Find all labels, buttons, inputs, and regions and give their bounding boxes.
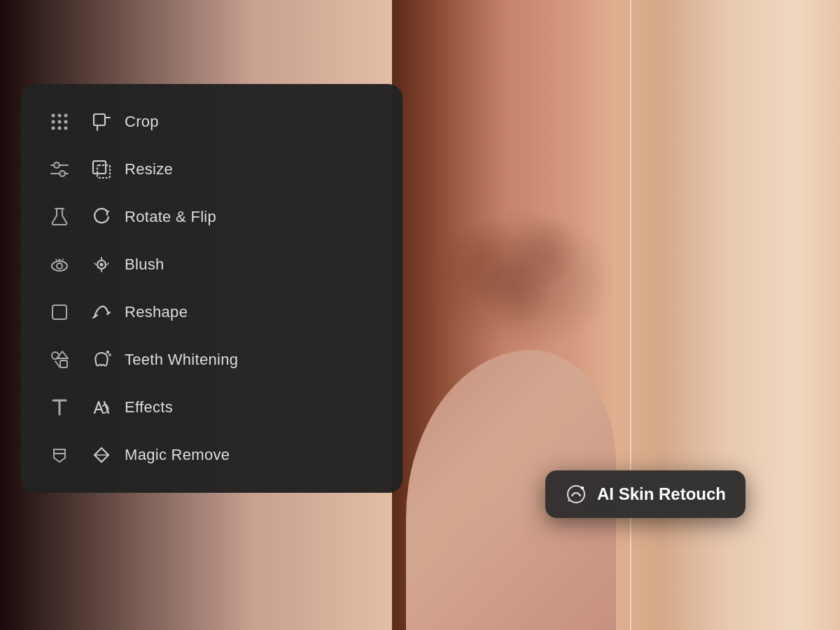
crop-label: Crop	[125, 113, 159, 131]
svg-line-23	[62, 259, 63, 261]
reshape-label: Reshape	[125, 303, 188, 321]
svg-point-20	[57, 263, 62, 269]
tools-sidebar: Crop Resize	[21, 84, 402, 493]
svg-point-3	[52, 120, 55, 124]
svg-rect-28	[52, 305, 66, 319]
svg-point-8	[64, 127, 68, 130]
rotate-icon	[91, 207, 112, 227]
face-divider	[630, 0, 631, 630]
blush-item[interactable]: Blush	[21, 241, 402, 288]
ai-badge-icon	[565, 483, 587, 505]
square-icon	[42, 301, 77, 323]
magic-content: Magic Remove	[91, 445, 382, 465]
svg-point-2	[64, 114, 68, 118]
svg-rect-9	[94, 114, 105, 125]
blush-icon	[91, 255, 112, 274]
rotate-content: Rotate & Flip	[91, 207, 382, 227]
crop-content: Crop	[91, 112, 382, 132]
teeth-label: Teeth Whitening	[125, 351, 238, 369]
reshape-content: Reshape	[91, 302, 382, 322]
svg-point-6	[52, 127, 55, 130]
svg-point-7	[58, 127, 62, 130]
svg-rect-30	[60, 360, 67, 368]
svg-point-21	[59, 259, 61, 261]
rotate-item[interactable]: Rotate & Flip	[21, 193, 402, 241]
reshape-icon	[91, 302, 112, 322]
type-icon	[42, 444, 77, 466]
effects-content: Effects	[91, 398, 382, 417]
effects-icon	[91, 398, 112, 417]
ai-skin-retouch-badge[interactable]: AI Skin Retouch	[545, 470, 746, 518]
skin-texture-left	[434, 210, 616, 350]
svg-point-1	[58, 114, 62, 118]
magic-label: Magic Remove	[125, 446, 230, 464]
svg-line-22	[56, 259, 57, 261]
shapes-icon	[42, 349, 77, 371]
crop-item[interactable]: Crop	[21, 98, 402, 146]
teeth-item[interactable]: Teeth Whitening	[21, 336, 402, 384]
blush-label: Blush	[125, 255, 164, 274]
svg-point-0	[52, 114, 55, 118]
svg-point-15	[59, 171, 65, 176]
svg-point-4	[58, 120, 62, 124]
resize-icon	[91, 160, 112, 179]
magic-remove-item[interactable]: Magic Remove	[21, 431, 402, 479]
blush-content: Blush	[91, 255, 382, 274]
svg-rect-16	[93, 161, 106, 174]
resize-content: Resize	[91, 160, 382, 179]
teeth-content: Teeth Whitening	[91, 350, 382, 370]
sliders-icon	[42, 158, 77, 181]
crop-icon	[91, 112, 112, 132]
rotate-label: Rotate & Flip	[125, 208, 216, 226]
effects-item[interactable]: Effects	[21, 384, 402, 431]
flask-icon	[42, 206, 77, 228]
eye-icon-sidebar	[42, 253, 77, 276]
grid-icon	[42, 111, 77, 133]
text-t-icon	[42, 396, 77, 419]
effects-label: Effects	[125, 398, 173, 416]
svg-point-13	[54, 162, 59, 168]
reshape-item[interactable]: Reshape	[21, 288, 402, 336]
svg-point-27	[100, 263, 104, 267]
teeth-icon	[91, 350, 112, 370]
svg-rect-17	[97, 165, 110, 178]
ai-badge-label: AI Skin Retouch	[597, 484, 726, 504]
resize-item[interactable]: Resize	[21, 146, 402, 193]
resize-label: Resize	[125, 160, 173, 178]
magic-icon	[91, 445, 112, 465]
svg-point-5	[64, 120, 68, 124]
